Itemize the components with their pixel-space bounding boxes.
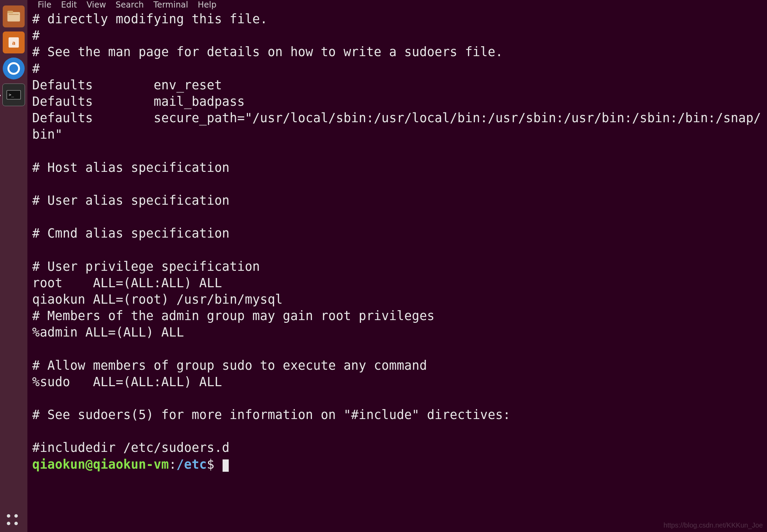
menu-view[interactable]: View: [87, 0, 106, 10]
menu-edit[interactable]: Edit: [61, 0, 77, 10]
prompt-symbol: $: [207, 457, 222, 472]
menu-terminal[interactable]: Terminal: [153, 0, 188, 10]
files-icon[interactable]: [3, 5, 25, 27]
launcher-dock: a >_: [0, 0, 27, 532]
svg-text:>_: >_: [9, 92, 14, 97]
prompt-colon: :: [169, 457, 176, 472]
svg-point-6: [9, 64, 18, 73]
svg-rect-2: [9, 14, 18, 15]
menu-file[interactable]: File: [38, 0, 51, 10]
menubar: File Edit View Search Terminal Help: [27, 0, 767, 10]
app-icon[interactable]: a: [3, 31, 25, 53]
terminal-body[interactable]: # directly modifying this file. # # See …: [27, 10, 767, 473]
cursor: [223, 459, 229, 472]
terminal-icon[interactable]: >_: [2, 84, 25, 106]
menu-search[interactable]: Search: [116, 0, 144, 10]
svg-text:a: a: [12, 40, 15, 46]
prompt-path: /etc: [176, 457, 207, 472]
menu-help[interactable]: Help: [198, 0, 217, 10]
prompt-user: qiaokun@qiaokun-vm: [32, 457, 169, 472]
browser-icon[interactable]: [3, 58, 25, 79]
terminal-window: File Edit View Search Terminal Help # di…: [27, 0, 767, 532]
svg-rect-1: [8, 11, 13, 13]
svg-rect-0: [8, 12, 20, 22]
watermark-text: https://blog.csdn.net/KKKun_Joe: [664, 521, 763, 529]
apps-grid-icon[interactable]: [7, 514, 18, 525]
